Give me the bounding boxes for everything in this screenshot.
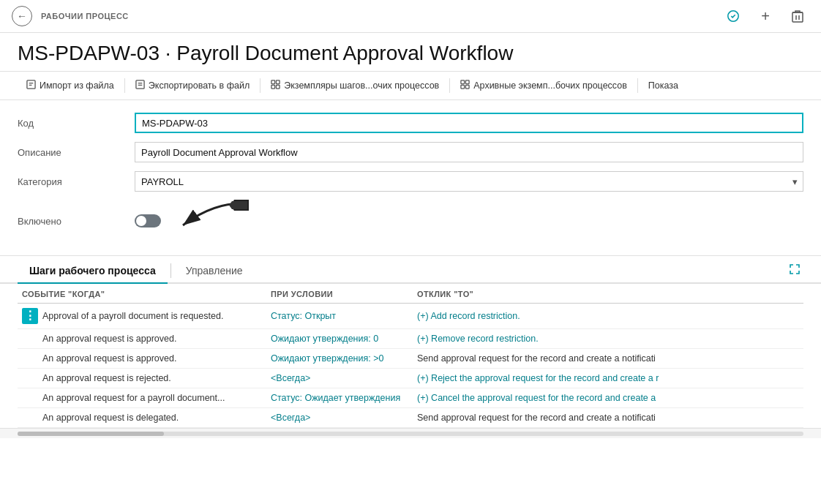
svg-rect-4 (271, 80, 275, 84)
description-input[interactable] (135, 142, 803, 162)
cell-when: An approval request is approved. (18, 349, 266, 369)
enabled-row: Включено (18, 200, 803, 242)
svg-rect-7 (277, 85, 280, 89)
tabs-area: Шаги рабочего процесса Управление (0, 259, 821, 284)
cell-resp[interactable]: (+) Add record restriction. (413, 304, 803, 329)
svg-rect-11 (466, 85, 470, 89)
svg-rect-10 (461, 85, 465, 89)
category-label: Категория (18, 176, 135, 187)
toolbar: Импорт из файла Экспортировать в файл Эк… (0, 72, 821, 100)
table-row: An approval request is approved.Ожидают … (18, 329, 803, 349)
response-link[interactable]: (+) Add record restriction. (417, 311, 520, 321)
export-button[interactable]: Экспортировать в файл (127, 76, 258, 95)
cell-cond[interactable]: Ожидают утверждения: 0 (266, 329, 413, 349)
cell-when: ⋮Approval of a payroll document is reque… (18, 304, 266, 329)
add-icon: + (761, 8, 770, 25)
scrollbar-track (18, 432, 803, 436)
instances-icon (271, 80, 280, 91)
import-button[interactable]: Импорт из файла (18, 76, 123, 95)
cell-cond[interactable]: Статус: Открыт (266, 304, 413, 329)
svg-rect-5 (277, 80, 280, 84)
table-row: An approval request for a payroll docume… (18, 388, 803, 408)
category-select[interactable]: PAYROLL (135, 171, 803, 192)
table-row: ⋮Approval of a payroll document is reque… (18, 304, 803, 329)
enabled-label: Включено (18, 216, 135, 227)
svg-rect-8 (461, 80, 465, 84)
tab-management[interactable]: Управление (174, 259, 255, 284)
col-resp-header: ОТКЛИК "ТО" (413, 284, 803, 304)
table-area: СОБЫТИЕ "КОГДА" ПРИ УСЛОВИИ ОТКЛИК "ТО" … (0, 284, 821, 428)
condition-link[interactable]: Статус: Открыт (271, 311, 336, 321)
response-link[interactable]: (+) Cancel the approval request for the … (417, 393, 656, 403)
svg-rect-2 (27, 80, 35, 89)
edit-button[interactable] (721, 4, 745, 28)
condition-link[interactable]: Ожидают утверждения: >0 (271, 353, 383, 364)
condition-link[interactable]: Статус: Ожидает утверждения (271, 393, 400, 403)
svg-marker-14 (229, 201, 247, 209)
cell-resp[interactable]: (+) Remove record restriction. (413, 329, 803, 349)
cell-cond[interactable]: Статус: Ожидает утверждения (266, 388, 413, 408)
svg-rect-1 (792, 12, 803, 22)
col-cond-header: ПРИ УСЛОВИИ (266, 284, 413, 304)
arrow-annotation (168, 200, 249, 240)
form-area: Код Описание Категория PAYROLL ▾ Включен… (0, 100, 821, 256)
nav-title: РАБОЧИИ ПРОЦЕСС (41, 12, 129, 20)
import-icon (26, 80, 36, 91)
cell-resp: Send approval request for the record and… (413, 408, 803, 428)
tab-workflow-steps[interactable]: Шаги рабочего процесса (18, 259, 168, 284)
code-input[interactable] (135, 113, 803, 133)
table-row: An approval request is rejected.<Всегда>… (18, 369, 803, 388)
cell-when: An approval request is rejected. (18, 369, 266, 388)
show-button[interactable]: Показа (640, 77, 687, 94)
table-row: An approval request is approved.Ожидают … (18, 349, 803, 369)
condition-link[interactable]: <Всегда> (271, 373, 310, 383)
table-row: An approval request is delegated.<Всегда… (18, 408, 803, 428)
enabled-toggle-wrap (135, 214, 161, 227)
response-link[interactable]: (+) Reject the approval request for the … (417, 373, 659, 383)
cell-resp[interactable]: (+) Cancel the approval request for the … (413, 388, 803, 408)
condition-link[interactable]: <Всегда> (271, 413, 310, 423)
back-icon: ← (17, 10, 27, 22)
back-button[interactable]: ← (12, 6, 32, 26)
description-row: Описание (18, 141, 803, 163)
description-label: Описание (18, 147, 135, 158)
cell-when-text: An approval request is approved. (42, 334, 176, 344)
cell-when-text: An approval request is rejected. (42, 373, 171, 383)
archive-button[interactable]: Архивные экземп...бочих процессов (451, 76, 636, 95)
cell-cond[interactable]: <Всегда> (266, 369, 413, 388)
cell-when: An approval request is delegated. (18, 408, 266, 428)
cell-when-text: An approval request is delegated. (42, 413, 179, 423)
workflow-table: СОБЫТИЕ "КОГДА" ПРИ УСЛОВИИ ОТКЛИК "ТО" … (18, 284, 803, 428)
cell-when-text: An approval request for a payroll docume… (42, 393, 225, 403)
export-icon (135, 80, 145, 91)
svg-rect-6 (271, 85, 275, 89)
instances-button[interactable]: Экземпляры шагов...очих процессов (262, 76, 448, 95)
cell-resp[interactable]: (+) Reject the approval request for the … (413, 369, 803, 388)
category-row: Категория PAYROLL ▾ (18, 170, 803, 192)
row-menu-button[interactable]: ⋮ (22, 308, 38, 324)
svg-rect-3 (136, 80, 144, 89)
col-when-header: СОБЫТИЕ "КОГДА" (18, 284, 266, 304)
enabled-toggle[interactable] (135, 214, 161, 227)
cell-when: An approval request is approved. (18, 329, 266, 349)
delete-button[interactable] (786, 4, 809, 28)
response-link[interactable]: (+) Remove record restriction. (417, 334, 539, 344)
code-label: Код (18, 118, 135, 129)
cell-when-text: An approval request is approved. (42, 353, 176, 364)
horizontal-scrollbar[interactable] (0, 428, 821, 438)
cell-resp: Send approval request for the record and… (413, 349, 803, 369)
cell-when-text: Approval of a payroll document is reques… (42, 311, 223, 321)
code-row: Код (18, 112, 803, 134)
add-button[interactable]: + (754, 4, 777, 28)
svg-rect-9 (466, 80, 470, 84)
toggle-knob (136, 216, 146, 226)
archive-icon (460, 80, 470, 91)
top-nav: ← РАБОЧИИ ПРОЦЕСС + (0, 0, 821, 33)
cell-when: An approval request for a payroll docume… (18, 388, 266, 408)
cell-cond[interactable]: <Всегда> (266, 408, 413, 428)
condition-link[interactable]: Ожидают утверждения: 0 (271, 334, 378, 344)
cell-cond[interactable]: Ожидают утверждения: >0 (266, 349, 413, 369)
page-title: MS-PDAPW-03 · Payroll Document Approval … (0, 33, 821, 72)
expand-icon[interactable] (786, 260, 803, 281)
scrollbar-thumb (18, 432, 164, 436)
